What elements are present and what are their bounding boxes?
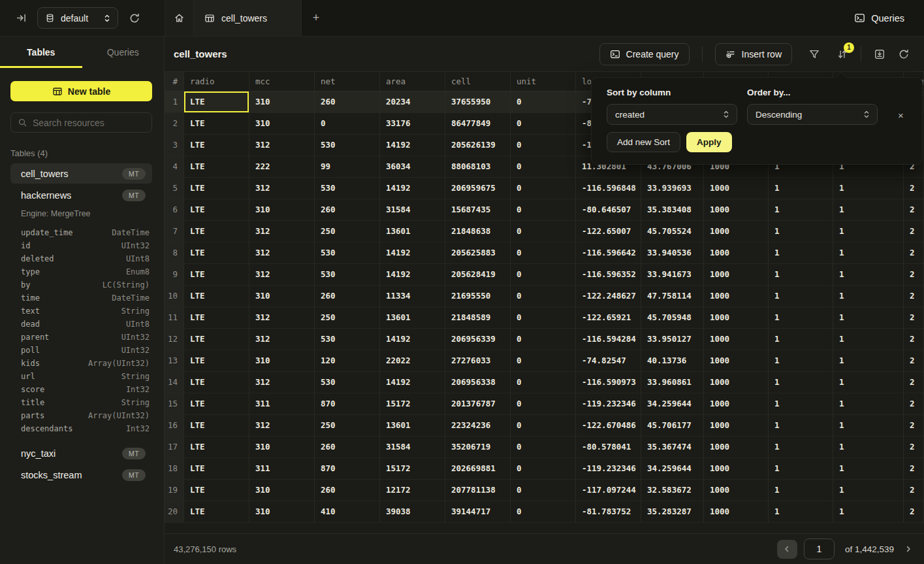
table-cell[interactable]: -74.82547 (576, 350, 641, 372)
table-cell[interactable]: 36034 (380, 156, 445, 178)
table-cell[interactable]: 0 (511, 501, 576, 523)
table-cell[interactable]: 2 (904, 242, 924, 264)
table-cell[interactable]: 15687435 (445, 199, 511, 221)
table-cell[interactable]: 33.940536 (641, 242, 704, 264)
table-cell[interactable]: 205626139 (445, 135, 511, 156)
sidebar-table-hackernews[interactable]: hackernewsMT (10, 185, 152, 205)
table-cell[interactable]: LTE (184, 480, 249, 501)
table-cell[interactable]: 1000 (704, 437, 769, 458)
table-cell[interactable]: 1 (833, 415, 904, 437)
table-cell[interactable]: LTE (184, 264, 249, 286)
table-cell[interactable]: 1 (833, 437, 904, 458)
queries-button[interactable]: Queries (854, 0, 904, 36)
table-cell[interactable]: 1000 (704, 199, 769, 221)
table-cell[interactable]: 0 (315, 113, 380, 135)
table-cell[interactable]: 1 (769, 178, 833, 199)
table-cell[interactable]: 312 (249, 264, 315, 286)
table-cell[interactable]: 33.950127 (641, 329, 704, 350)
table-cell[interactable]: 35.367474 (641, 437, 704, 458)
column-header-cell[interactable]: cell (445, 72, 511, 91)
table-cell[interactable]: 2 (904, 458, 924, 480)
table-cell[interactable]: 2 (904, 372, 924, 393)
table-cell[interactable]: 1 (769, 437, 833, 458)
add-new-sort-button[interactable]: Add new Sort (607, 132, 680, 152)
table-cell[interactable]: 1000 (704, 286, 769, 307)
table-cell[interactable]: 99 (315, 156, 380, 178)
table-cell[interactable]: 31584 (380, 199, 445, 221)
table-cell[interactable]: 1000 (704, 501, 769, 523)
table-cell[interactable]: 530 (315, 329, 380, 350)
table-cell[interactable]: 530 (315, 178, 380, 199)
table-cell[interactable]: 206959675 (445, 178, 511, 199)
table-cell[interactable]: 1000 (704, 264, 769, 286)
table-cell[interactable]: 312 (249, 415, 315, 437)
table-cell[interactable]: 86477849 (445, 113, 511, 135)
table-cell[interactable]: LTE (184, 199, 249, 221)
table-cell[interactable]: 31584 (380, 437, 445, 458)
table-cell[interactable]: 312 (249, 329, 315, 350)
table-cell[interactable]: 2 (904, 415, 924, 437)
table-cell[interactable]: 33.960861 (641, 372, 704, 393)
table-cell[interactable]: 0 (511, 437, 576, 458)
table-cell[interactable]: 1 (769, 458, 833, 480)
table-cell[interactable]: 40.13736 (641, 350, 704, 372)
table-cell[interactable]: 32.583672 (641, 480, 704, 501)
column-header-unit[interactable]: unit (511, 72, 576, 91)
table-cell[interactable]: 530 (315, 135, 380, 156)
table-cell[interactable]: 2 (904, 178, 924, 199)
table-cell[interactable]: 22324236 (445, 415, 511, 437)
table-cell[interactable]: 88068103 (445, 156, 511, 178)
search-input[interactable] (33, 118, 145, 128)
table-cell[interactable]: LTE (184, 156, 249, 178)
table-cell[interactable]: 870 (315, 458, 380, 480)
sidebar-table-stocks_stream[interactable]: stocks_streamMT (10, 465, 152, 485)
table-cell[interactable]: 1 (833, 286, 904, 307)
table-cell[interactable]: 530 (315, 264, 380, 286)
table-cell[interactable]: 1 (769, 221, 833, 242)
table-cell[interactable]: 14192 (380, 178, 445, 199)
table-cell[interactable]: 33.941673 (641, 264, 704, 286)
new-tab-button[interactable]: + (302, 0, 330, 36)
table-cell[interactable]: LTE (184, 113, 249, 135)
table-cell[interactable]: LTE (184, 135, 249, 156)
table-cell[interactable]: 1 (833, 221, 904, 242)
table-cell[interactable]: -122.670486 (576, 415, 641, 437)
table-cell[interactable]: 2 (904, 350, 924, 372)
table-cell[interactable]: 27276033 (445, 350, 511, 372)
database-selector[interactable]: default (37, 7, 118, 29)
table-cell[interactable]: 310 (249, 91, 315, 113)
table-cell[interactable]: -122.65921 (576, 307, 641, 329)
table-cell[interactable]: 1000 (704, 480, 769, 501)
refresh-databases-button[interactable] (127, 11, 142, 25)
table-cell[interactable]: 312 (249, 307, 315, 329)
table-cell[interactable]: 0 (511, 221, 576, 242)
page-number-input[interactable] (804, 539, 835, 559)
table-cell[interactable]: 1000 (704, 350, 769, 372)
table-cell[interactable]: 39038 (380, 501, 445, 523)
table-cell[interactable]: 310 (249, 350, 315, 372)
table-cell[interactable]: LTE (184, 91, 249, 113)
refresh-table-button[interactable] (898, 48, 910, 60)
table-cell[interactable]: LTE (184, 393, 249, 415)
table-cell[interactable]: 2 (904, 221, 924, 242)
table-cell[interactable]: 310 (249, 113, 315, 135)
table-cell[interactable]: 205628419 (445, 264, 511, 286)
table-cell[interactable]: 2 (904, 393, 924, 415)
table-cell[interactable]: 0 (511, 91, 576, 113)
table-cell[interactable]: LTE (184, 242, 249, 264)
table-cell[interactable]: 35.383408 (641, 199, 704, 221)
table-cell[interactable]: 250 (315, 307, 380, 329)
table-cell[interactable]: 870 (315, 393, 380, 415)
table-cell[interactable]: 1000 (704, 178, 769, 199)
table-cell[interactable]: LTE (184, 437, 249, 458)
table-cell[interactable]: 1 (769, 393, 833, 415)
table-cell[interactable]: LTE (184, 415, 249, 437)
table-cell[interactable]: LTE (184, 329, 249, 350)
table-cell[interactable]: 311 (249, 393, 315, 415)
table-cell[interactable]: 33176 (380, 113, 445, 135)
table-cell[interactable]: 2 (904, 264, 924, 286)
table-cell[interactable]: 45.705524 (641, 221, 704, 242)
tab-cell-towers[interactable]: cell_towers (194, 0, 302, 36)
table-cell[interactable]: 1 (769, 415, 833, 437)
table-cell[interactable]: 530 (315, 372, 380, 393)
